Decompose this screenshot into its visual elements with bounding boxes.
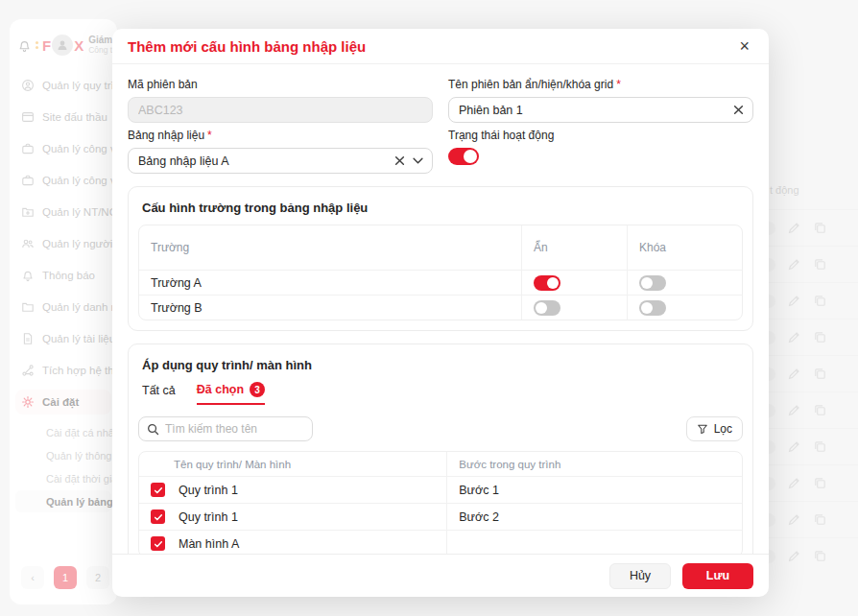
field-label: Mã phiên bản bbox=[128, 78, 433, 91]
an-toggle[interactable] bbox=[534, 275, 560, 291]
search-box bbox=[138, 416, 313, 441]
fields-table: Trường Ẩn Khóa Trường A Trường B bbox=[138, 225, 743, 320]
ma-phien-ban-input[interactable] bbox=[128, 97, 433, 123]
column-header-an: Ẩn bbox=[521, 225, 627, 270]
table-row: Quy trình 1 Bước 1 bbox=[139, 476, 742, 503]
field-name: Trường A bbox=[139, 276, 521, 290]
tabs: Tất cả Đã chọn 3 bbox=[142, 382, 743, 405]
modal-footer: Hủy Lưu bbox=[112, 554, 769, 597]
process-step: Bước 2 bbox=[446, 504, 742, 530]
tab-label: Tất cả bbox=[142, 384, 176, 397]
field-label: Bảng nhập liệu bbox=[128, 129, 433, 142]
process-name: Quy trình 1 bbox=[179, 484, 238, 497]
modal-title: Thêm mới cấu hình bảng nhập liệu bbox=[128, 38, 366, 55]
search-input[interactable] bbox=[165, 422, 304, 436]
table-row: Màn hình A bbox=[139, 530, 742, 554]
panel-title: Áp dụng quy trình/ màn hình bbox=[142, 358, 743, 372]
form-grid: Mã phiên bản Tên phiên bản ẩn/hiện/khóa … bbox=[128, 72, 753, 174]
khoa-toggle[interactable] bbox=[639, 275, 666, 291]
close-icon[interactable]: × bbox=[735, 36, 753, 57]
field-trang-thai: Trạng thái hoạt động bbox=[448, 123, 753, 174]
modal-body: Mã phiên bản Tên phiên bản ẩn/hiện/khóa … bbox=[112, 64, 769, 554]
khoa-toggle[interactable] bbox=[639, 300, 666, 316]
field-label: Tên phiên bản ẩn/hiện/khóa grid bbox=[448, 78, 753, 91]
row-checkbox[interactable] bbox=[151, 483, 165, 497]
row-checkbox[interactable] bbox=[151, 536, 165, 551]
process-step: Bước 1 bbox=[446, 477, 742, 503]
ten-phien-ban-input[interactable] bbox=[448, 97, 753, 123]
process-step bbox=[446, 531, 742, 554]
save-button[interactable]: Lưu bbox=[682, 563, 753, 589]
chevron-down-icon[interactable] bbox=[413, 157, 423, 164]
clear-icon[interactable] bbox=[733, 105, 744, 115]
selected-count-badge: 3 bbox=[250, 382, 265, 397]
tab-da-chon[interactable]: Đã chọn 3 bbox=[197, 382, 265, 405]
add-config-modal: Thêm mới cấu hình bảng nhập liệu × Mã ph… bbox=[112, 29, 769, 597]
table-row: Trường A bbox=[139, 270, 742, 295]
field-ma-phien-ban: Mã phiên bản bbox=[128, 72, 433, 123]
search-row: Lọc bbox=[138, 416, 743, 441]
filter-button[interactable]: Lọc bbox=[686, 416, 743, 441]
column-header-khoa: Khóa bbox=[627, 225, 742, 270]
bang-nhap-lieu-select[interactable] bbox=[128, 148, 433, 174]
table-header-row: Tên quy trình/ Màn hình Bước trong quy t… bbox=[139, 452, 742, 476]
column-header-buoc: Bước trong quy trình bbox=[446, 452, 742, 476]
field-label: Trạng thái hoạt động bbox=[448, 129, 753, 142]
table-header-row: Trường Ẩn Khóa bbox=[139, 225, 742, 270]
search-icon bbox=[147, 423, 159, 436]
row-checkbox[interactable] bbox=[151, 509, 165, 524]
apply-process-panel: Áp dụng quy trình/ màn hình Tất cả Đã ch… bbox=[128, 344, 753, 554]
column-header-ten-quy-trinh: Tên quy trình/ Màn hình bbox=[139, 452, 446, 476]
table-row: Quy trình 1 Bước 2 bbox=[139, 503, 742, 530]
funnel-icon bbox=[697, 423, 708, 435]
an-toggle[interactable] bbox=[534, 300, 560, 316]
panel-title: Cấu hình trường trong bảng nhập liệu bbox=[142, 201, 743, 215]
trang-thai-toggle[interactable] bbox=[448, 148, 479, 165]
table-row: Trường B bbox=[139, 295, 742, 320]
filter-label: Lọc bbox=[714, 422, 732, 436]
field-ten-phien-ban: Tên phiên bản ẩn/hiện/khóa grid bbox=[448, 72, 753, 123]
process-table: Tên quy trình/ Màn hình Bước trong quy t… bbox=[138, 451, 743, 554]
process-name: Quy trình 1 bbox=[179, 510, 238, 524]
field-bang-nhap-lieu: Bảng nhập liệu bbox=[128, 123, 433, 174]
clear-icon[interactable] bbox=[394, 155, 405, 166]
field-name: Trường B bbox=[139, 301, 521, 315]
fields-config-panel: Cấu hình trường trong bảng nhập liệu Trư… bbox=[128, 186, 753, 331]
tab-label: Đã chọn bbox=[197, 383, 244, 396]
process-name: Màn hình A bbox=[179, 537, 239, 551]
column-header-truong: Trường bbox=[139, 241, 521, 254]
modal-header: Thêm mới cấu hình bảng nhập liệu × bbox=[112, 29, 769, 64]
tab-tat-ca[interactable]: Tất cả bbox=[142, 382, 176, 405]
cancel-button[interactable]: Hủy bbox=[609, 563, 671, 589]
